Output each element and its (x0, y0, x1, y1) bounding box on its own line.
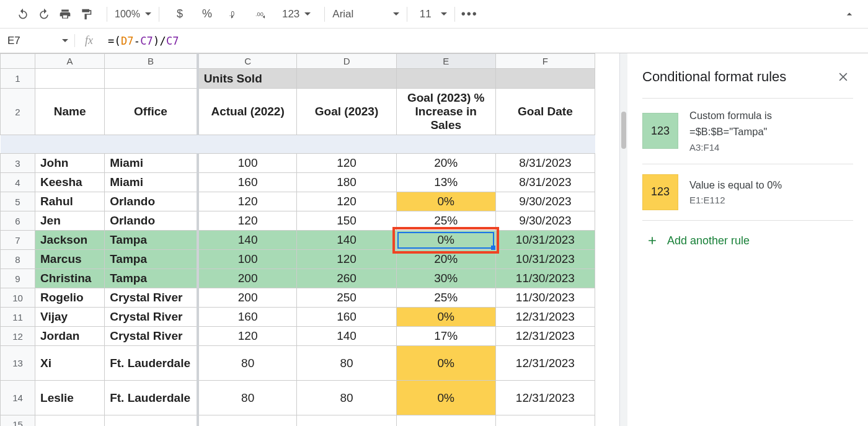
cell[interactable]: 20% (396, 250, 495, 269)
collapse-toolbar-button[interactable] (837, 8, 862, 20)
cell[interactable]: Goal (2023) % Increase in Sales (396, 89, 495, 135)
more-toolbar-button[interactable]: ••• (459, 4, 480, 25)
cell[interactable]: Goal Date (495, 89, 595, 135)
cell[interactable]: 8/31/2023 (495, 173, 595, 192)
font-size-dropdown[interactable]: 11 (411, 8, 451, 20)
row-header[interactable]: 1 (1, 69, 35, 89)
cell[interactable]: 160 (198, 173, 297, 192)
cell[interactable]: 140 (198, 231, 297, 250)
cell[interactable]: Crystal River (105, 308, 198, 327)
table-row[interactable]: 10RogelioCrystal River20025025%11/30/202… (1, 288, 595, 308)
cell[interactable]: Jordan (35, 327, 105, 346)
row-header[interactable]: 3 (1, 154, 35, 173)
cell[interactable]: 140 (297, 327, 396, 346)
cell[interactable]: Units Sold (198, 69, 297, 89)
font-family-dropdown[interactable]: Arial (329, 8, 403, 20)
col-header[interactable]: D (297, 54, 396, 69)
currency-button[interactable]: $ (169, 4, 190, 25)
cell[interactable]: 80 (297, 381, 396, 415)
cell[interactable]: 100 (198, 154, 297, 173)
cell[interactable]: Office (105, 89, 198, 135)
cell[interactable]: 120 (198, 211, 297, 231)
cell[interactable]: Miami (105, 173, 198, 192)
cell[interactable]: 180 (297, 173, 396, 192)
percent-button[interactable]: % (197, 4, 218, 25)
cell[interactable]: 120 (198, 192, 297, 211)
redo-button[interactable] (33, 4, 55, 25)
cell[interactable]: Crystal River (105, 288, 198, 308)
sheet-area[interactable]: A B C D E F 1 Units Sold (0, 53, 620, 426)
cell[interactable]: 17% (396, 327, 495, 346)
add-rule-button[interactable]: Add another rule (642, 221, 853, 261)
cell[interactable]: 12/31/2023 (495, 346, 595, 381)
table-row[interactable]: 14LeslieFt. Lauderdale80800%12/31/2023 (1, 381, 595, 415)
row-header[interactable]: 6 (1, 211, 35, 231)
cell[interactable]: 100 (198, 250, 297, 269)
cell[interactable]: 12/31/2023 (495, 308, 595, 327)
vertical-scrollbar[interactable] (620, 53, 627, 426)
cell[interactable]: 120 (297, 154, 396, 173)
table-row[interactable]: 4KeeshaMiami16018013%8/31/2023 (1, 173, 595, 192)
cell[interactable]: 11/30/2023 (495, 288, 595, 308)
cell[interactable]: 200 (198, 288, 297, 308)
col-header[interactable]: A (35, 54, 105, 69)
cell[interactable]: Goal (2023) (297, 89, 396, 135)
cell[interactable]: Jackson (35, 231, 105, 250)
formula-input[interactable]: =(D7-C7)/C7 (103, 35, 868, 47)
cell[interactable]: 120 (297, 250, 396, 269)
cell[interactable]: 80 (297, 346, 396, 381)
cell[interactable]: 30% (396, 269, 495, 288)
cell[interactable]: Rogelio (35, 288, 105, 308)
cell[interactable]: 20% (396, 154, 495, 173)
cell[interactable]: 10/31/2023 (495, 250, 595, 269)
table-row[interactable]: 12JordanCrystal River12014017%12/31/2023 (1, 327, 595, 346)
cell[interactable]: 160 (297, 308, 396, 327)
cell[interactable]: 8/31/2023 (495, 154, 595, 173)
table-row[interactable]: 7JacksonTampa1401400%10/31/2023 (1, 231, 595, 250)
row-header[interactable]: 14 (1, 381, 35, 415)
row-header[interactable]: 9 (1, 269, 35, 288)
cell[interactable]: 9/30/2023 (495, 192, 595, 211)
cell[interactable]: 80 (198, 381, 297, 415)
cell[interactable]: Crystal River (105, 327, 198, 346)
cell[interactable]: 12/31/2023 (495, 381, 595, 415)
cell[interactable]: Orlando (105, 211, 198, 231)
cell[interactable]: Keesha (35, 173, 105, 192)
table-row[interactable]: 11VijayCrystal River1601600%12/31/2023 (1, 308, 595, 327)
row-header[interactable]: 5 (1, 192, 35, 211)
cell[interactable]: 160 (198, 308, 297, 327)
cell[interactable]: Name (35, 89, 105, 135)
cell[interactable]: 0% (396, 381, 495, 415)
cell[interactable]: 0% (396, 192, 495, 211)
cell[interactable]: 260 (297, 269, 396, 288)
zoom-dropdown[interactable]: 100% (111, 9, 155, 20)
cell[interactable]: 0% (396, 346, 495, 381)
cell[interactable]: 0% (396, 308, 495, 327)
table-row[interactable]: 2 Name Office Actual (2022) Goal (2023) … (1, 89, 595, 135)
column-header-row[interactable]: A B C D E F (1, 54, 595, 69)
cell[interactable]: Tampa (105, 250, 198, 269)
cell[interactable]: Miami (105, 154, 198, 173)
cell[interactable]: 120 (297, 192, 396, 211)
cell[interactable]: Jen (35, 211, 105, 231)
cell[interactable]: 80 (198, 346, 297, 381)
col-header[interactable]: C (198, 54, 297, 69)
col-header[interactable]: F (495, 54, 595, 69)
col-header[interactable]: E (396, 54, 495, 69)
table-row[interactable]: 5RahulOrlando1201200%9/30/2023 (1, 192, 595, 211)
cell[interactable]: 12/31/2023 (495, 327, 595, 346)
cell[interactable]: Tampa (105, 231, 198, 250)
table-row[interactable]: 13XiFt. Lauderdale80800%12/31/2023 (1, 346, 595, 381)
cell[interactable]: Ft. Lauderdale (105, 346, 198, 381)
cell[interactable]: Xi (35, 346, 105, 381)
row-header[interactable]: 10 (1, 288, 35, 308)
row-header[interactable]: 2 (1, 89, 35, 135)
close-panel-button[interactable] (833, 67, 853, 87)
scroll-thumb[interactable] (621, 112, 626, 149)
table-row[interactable]: 1 Units Sold (1, 69, 595, 89)
format-rule-item[interactable]: 123Custom formula is=$B:$B="Tampa"A3:F14 (642, 98, 853, 164)
select-all-corner[interactable] (1, 54, 35, 69)
col-header[interactable]: B (105, 54, 198, 69)
print-button[interactable] (55, 4, 76, 25)
name-box[interactable]: E7 (0, 35, 74, 47)
